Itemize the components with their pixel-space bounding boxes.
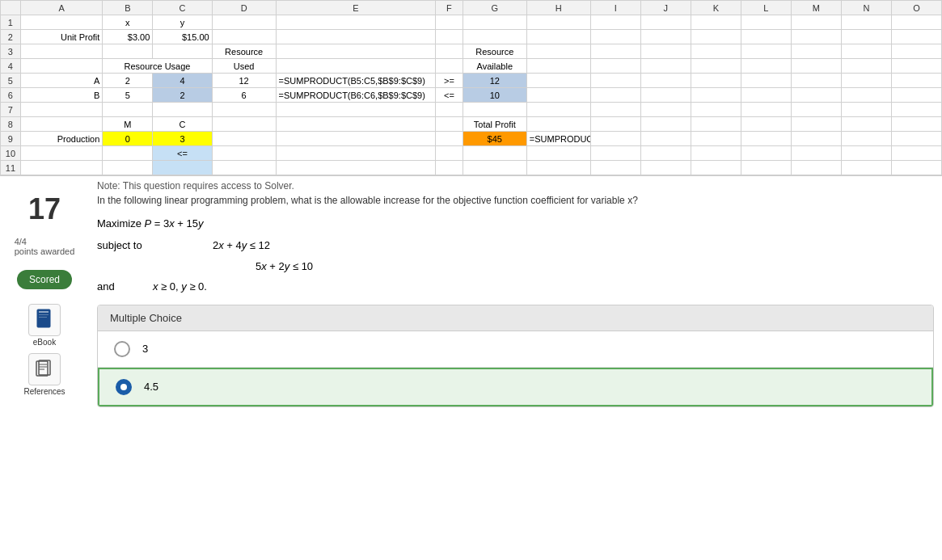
cell-a10[interactable] [20,146,103,161]
cell-j4[interactable] [640,59,691,74]
cell-k2[interactable] [691,30,741,44]
cell-h11[interactable] [526,161,590,175]
cell-c11[interactable] [153,161,212,175]
cell-d9[interactable] [212,132,276,146]
cell-a3[interactable] [20,44,103,59]
cell-e3[interactable] [276,44,435,59]
cell-l7[interactable] [741,103,791,117]
col-header-m[interactable]: M [791,1,841,15]
cell-h6[interactable] [526,88,590,103]
cell-f4[interactable] [435,59,463,74]
cell-e11[interactable] [276,161,435,175]
cell-j1[interactable] [640,15,691,30]
cell-c5[interactable]: 4 [153,74,212,88]
mc-option-1[interactable]: 3 [98,331,933,368]
cell-f1[interactable] [435,15,463,30]
cell-m5[interactable] [791,74,841,88]
cell-a9[interactable]: Production [20,132,103,146]
cell-b5[interactable]: 2 [103,74,153,88]
cell-h10[interactable] [526,146,590,161]
col-header-f[interactable]: F [435,1,463,15]
cell-c3[interactable] [153,44,212,59]
col-header-h[interactable]: H [526,1,590,15]
cell-n1[interactable] [841,15,891,30]
col-header-k[interactable]: K [691,1,741,15]
cell-k11[interactable] [691,161,741,175]
cell-l9[interactable] [741,132,791,146]
cell-i2[interactable] [590,30,640,44]
col-header-n[interactable]: N [841,1,891,15]
cell-o10[interactable] [891,146,941,161]
cell-j2[interactable] [640,30,691,44]
cell-b10[interactable] [103,146,153,161]
cell-h7[interactable] [526,103,590,117]
cell-f9[interactable] [435,132,463,146]
cell-l10[interactable] [741,146,791,161]
cell-c10[interactable]: <= [153,146,212,161]
cell-j10[interactable] [640,146,691,161]
cell-h5[interactable] [526,74,590,88]
cell-o1[interactable] [891,15,941,30]
col-header-i[interactable]: I [590,1,640,15]
cell-n8[interactable] [841,117,891,132]
col-header-d[interactable]: D [212,1,276,15]
cell-e5[interactable]: =SUMPRODUCT(B5:C5,$B$9:$C$9) [276,74,435,88]
cell-i7[interactable] [590,103,640,117]
cell-g4[interactable]: Available [463,59,526,74]
cell-c8[interactable]: C [153,117,212,132]
cell-i9[interactable] [590,132,640,146]
cell-k8[interactable] [691,117,741,132]
cell-f7[interactable] [435,103,463,117]
cell-k5[interactable] [691,74,741,88]
cell-j3[interactable] [640,44,691,59]
cell-g3[interactable]: Resource [463,44,526,59]
cell-h8[interactable] [526,117,590,132]
cell-n5[interactable] [841,74,891,88]
cell-l6[interactable] [741,88,791,103]
cell-a5[interactable]: A [20,74,103,88]
scored-button[interactable]: Scored [17,270,72,289]
cell-l11[interactable] [741,161,791,175]
cell-o11[interactable] [891,161,941,175]
cell-j8[interactable] [640,117,691,132]
cell-k4[interactable] [691,59,741,74]
cell-bc4[interactable]: Resource Usage [103,59,212,74]
cell-m3[interactable] [791,44,841,59]
cell-d11[interactable] [212,161,276,175]
cell-o3[interactable] [891,44,941,59]
col-header-c[interactable]: C [153,1,212,15]
cell-b2[interactable]: $3.00 [103,30,153,44]
cell-n11[interactable] [841,161,891,175]
cell-f2[interactable] [435,30,463,44]
ebook-button[interactable]: eBook [28,304,61,347]
cell-a8[interactable] [20,117,103,132]
cell-d6[interactable]: 6 [212,88,276,103]
cell-d10[interactable] [212,146,276,161]
cell-c7[interactable] [153,103,212,117]
cell-n4[interactable] [841,59,891,74]
cell-d4[interactable]: Used [212,59,276,74]
cell-k1[interactable] [691,15,741,30]
cell-h9[interactable]: =SUMPRODUCT(B2:C2,B9:C9) [526,132,590,146]
cell-l1[interactable] [741,15,791,30]
cell-g10[interactable] [463,146,526,161]
cell-o6[interactable] [891,88,941,103]
cell-m10[interactable] [791,146,841,161]
cell-k9[interactable] [691,132,741,146]
cell-o5[interactable] [891,74,941,88]
col-header-j[interactable]: J [640,1,691,15]
cell-d1[interactable] [212,15,276,30]
cell-j6[interactable] [640,88,691,103]
cell-d8[interactable] [212,117,276,132]
cell-b1[interactable]: x [103,15,153,30]
cell-k3[interactable] [691,44,741,59]
cell-b8[interactable]: M [103,117,153,132]
cell-e2[interactable] [276,30,435,44]
cell-j7[interactable] [640,103,691,117]
cell-h4[interactable] [526,59,590,74]
cell-o7[interactable] [891,103,941,117]
cell-f10[interactable] [435,146,463,161]
cell-n3[interactable] [841,44,891,59]
cell-m1[interactable] [791,15,841,30]
cell-d3[interactable]: Resource [212,44,276,59]
